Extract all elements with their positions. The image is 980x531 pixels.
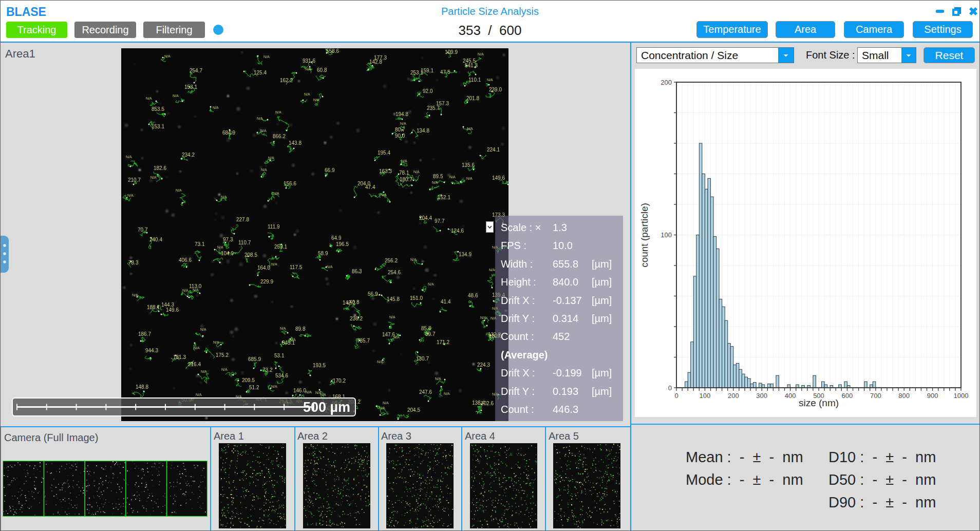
svg-text:64.9: 64.9 bbox=[331, 235, 342, 241]
svg-text:181.3: 181.3 bbox=[173, 354, 186, 360]
svg-text:117.5: 117.5 bbox=[290, 264, 303, 270]
svg-text:944.3: 944.3 bbox=[145, 348, 158, 353]
svg-text:count (particle): count (particle) bbox=[639, 203, 650, 268]
svg-text:134.8: 134.8 bbox=[417, 128, 429, 134]
svg-text:N/A: N/A bbox=[467, 127, 473, 130]
svg-text:193.5: 193.5 bbox=[313, 363, 326, 368]
svg-text:104.9: 104.9 bbox=[221, 251, 234, 256]
svg-text:N/A: N/A bbox=[217, 245, 223, 249]
svg-text:N/A: N/A bbox=[410, 258, 417, 261]
svg-text:N/A: N/A bbox=[221, 368, 228, 371]
svg-text:N/A: N/A bbox=[432, 181, 438, 184]
svg-text:70.7: 70.7 bbox=[138, 227, 148, 233]
svg-text:558.6: 558.6 bbox=[326, 48, 339, 54]
svg-text:N/A: N/A bbox=[379, 406, 385, 410]
svg-text:204.4: 204.4 bbox=[419, 215, 432, 221]
svg-text:N/A: N/A bbox=[201, 370, 207, 373]
svg-text:300: 300 bbox=[756, 392, 767, 400]
svg-text:N/A: N/A bbox=[413, 170, 420, 174]
svg-text:N/A: N/A bbox=[263, 55, 270, 59]
svg-text:N/A: N/A bbox=[213, 340, 219, 344]
svg-text:86.3: 86.3 bbox=[352, 269, 362, 274]
svg-text:600: 600 bbox=[842, 392, 853, 400]
svg-text:N/A: N/A bbox=[182, 289, 189, 292]
svg-text:200: 200 bbox=[661, 79, 672, 86]
svg-text:N/A: N/A bbox=[306, 390, 312, 394]
svg-text:0: 0 bbox=[668, 384, 672, 392]
svg-text:N/A: N/A bbox=[400, 122, 406, 125]
svg-text:785.7: 785.7 bbox=[357, 338, 370, 344]
svg-text:N/A: N/A bbox=[480, 316, 486, 319]
svg-text:53.1: 53.1 bbox=[274, 353, 285, 358]
svg-text:N/A: N/A bbox=[280, 327, 286, 330]
svg-text:40.8: 40.8 bbox=[349, 299, 360, 305]
svg-text:N/A: N/A bbox=[213, 106, 219, 109]
svg-text:224.3: 224.3 bbox=[477, 362, 490, 368]
svg-text:size (nm): size (nm) bbox=[799, 397, 839, 408]
svg-text:47.4: 47.4 bbox=[365, 184, 375, 190]
svg-text:N/A: N/A bbox=[275, 110, 281, 114]
svg-text:58.9: 58.9 bbox=[318, 251, 328, 256]
svg-text:N/A: N/A bbox=[305, 67, 311, 71]
svg-text:162.2: 162.2 bbox=[280, 78, 293, 83]
svg-text:N/A: N/A bbox=[327, 265, 333, 269]
svg-text:N/A: N/A bbox=[150, 176, 157, 179]
svg-text:256.2: 256.2 bbox=[385, 258, 398, 263]
svg-text:406.6: 406.6 bbox=[179, 257, 192, 263]
svg-text:N/A: N/A bbox=[313, 98, 319, 102]
svg-text:110.1: 110.1 bbox=[468, 77, 481, 83]
svg-text:254.6: 254.6 bbox=[388, 270, 401, 275]
svg-text:N/A: N/A bbox=[257, 117, 263, 120]
svg-text:134.9: 134.9 bbox=[459, 252, 472, 257]
svg-text:253.1: 253.1 bbox=[274, 244, 287, 250]
svg-text:N/A: N/A bbox=[304, 92, 310, 96]
svg-text:400: 400 bbox=[785, 392, 796, 400]
svg-text:186.7: 186.7 bbox=[138, 331, 151, 337]
svg-text:171.2: 171.2 bbox=[437, 339, 449, 345]
svg-text:N/A: N/A bbox=[271, 262, 277, 266]
svg-text:240.4: 240.4 bbox=[149, 237, 162, 242]
svg-text:109.9: 109.9 bbox=[445, 49, 458, 55]
svg-text:N/A: N/A bbox=[271, 385, 277, 388]
svg-text:1000: 1000 bbox=[954, 392, 969, 400]
svg-text:684.9: 684.9 bbox=[222, 130, 235, 136]
svg-text:66.9: 66.9 bbox=[325, 167, 335, 173]
svg-text:138.4: 138.4 bbox=[472, 400, 485, 406]
svg-text:177.3: 177.3 bbox=[374, 55, 387, 61]
svg-text:N/A: N/A bbox=[435, 377, 441, 381]
svg-text:N/A: N/A bbox=[381, 193, 387, 197]
svg-text:149.6: 149.6 bbox=[166, 307, 179, 313]
svg-text:143.8: 143.8 bbox=[289, 140, 301, 146]
svg-text:209.5: 209.5 bbox=[242, 377, 255, 383]
svg-text:152.1: 152.1 bbox=[438, 195, 450, 200]
svg-text:153.1: 153.1 bbox=[152, 124, 164, 129]
svg-text:201.8: 201.8 bbox=[466, 96, 479, 101]
svg-text:234.2: 234.2 bbox=[182, 152, 195, 158]
svg-text:195.4: 195.4 bbox=[378, 150, 390, 156]
svg-text:N/A: N/A bbox=[487, 78, 493, 82]
svg-text:47.5: 47.5 bbox=[440, 69, 450, 75]
svg-text:700: 700 bbox=[870, 392, 881, 400]
svg-text:N/A: N/A bbox=[132, 293, 138, 297]
svg-text:N/A: N/A bbox=[273, 192, 279, 195]
svg-text:253.1: 253.1 bbox=[410, 70, 423, 75]
svg-text:182.6: 182.6 bbox=[154, 165, 166, 171]
svg-text:N/A: N/A bbox=[377, 360, 383, 364]
svg-text:73.2: 73.2 bbox=[262, 367, 273, 373]
svg-text:239.0: 239.0 bbox=[489, 87, 502, 92]
svg-text:N/A: N/A bbox=[449, 175, 456, 179]
svg-text:N/A: N/A bbox=[261, 168, 267, 172]
svg-text:204.5: 204.5 bbox=[407, 407, 420, 413]
svg-text:60.8: 60.8 bbox=[317, 67, 327, 73]
svg-text:254.7: 254.7 bbox=[190, 68, 202, 73]
svg-text:48.6: 48.6 bbox=[468, 293, 478, 298]
svg-text:151.0: 151.0 bbox=[410, 295, 423, 301]
svg-text:229.9: 229.9 bbox=[260, 279, 273, 285]
svg-text:N/A: N/A bbox=[383, 401, 389, 405]
svg-text:685.9: 685.9 bbox=[248, 356, 261, 362]
svg-text:153.1: 153.1 bbox=[184, 84, 197, 90]
svg-text:97.3: 97.3 bbox=[223, 237, 233, 242]
svg-text:130.7: 130.7 bbox=[416, 356, 429, 362]
svg-text:N/A: N/A bbox=[200, 328, 206, 331]
svg-text:227.8: 227.8 bbox=[236, 217, 249, 222]
